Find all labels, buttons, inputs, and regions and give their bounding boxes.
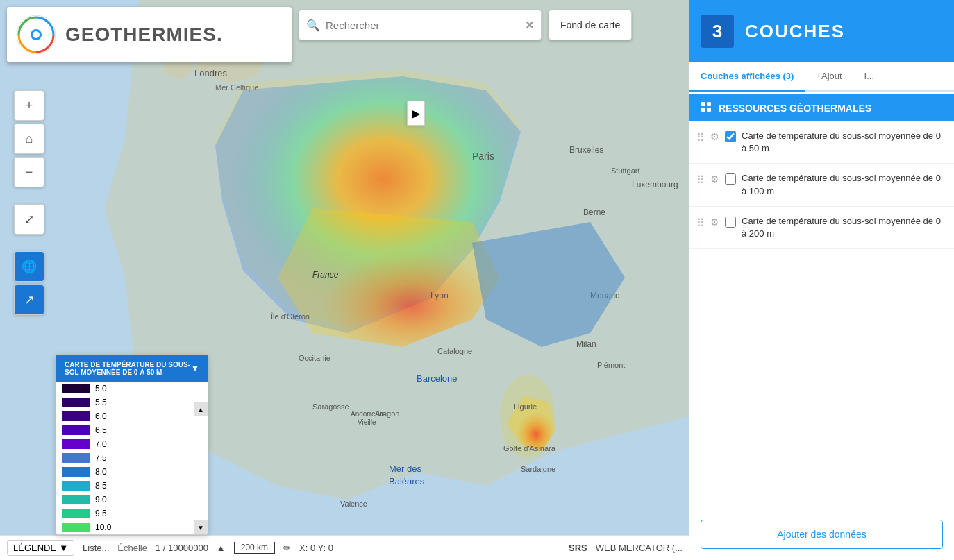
legend-item: 7.0: [56, 437, 208, 451]
svg-rect-33: [701, 108, 705, 112]
svg-point-30: [33, 31, 40, 38]
search-bar[interactable]: 🔍 ✕: [299, 10, 542, 40]
right-header: 3 COUCHES: [689, 0, 954, 62]
map-area[interactable]: Paris Bruxelles Luxembourg Mer Celtique …: [0, 0, 689, 560]
svg-text:Sardaigne: Sardaigne: [521, 465, 555, 473]
settings-icon[interactable]: ⚙: [710, 217, 719, 228]
projection-label: WEB MERCATOR (...: [596, 543, 683, 553]
section-header: RESSOURCES GÉOTHERMALES: [689, 94, 954, 121]
legend-scroll-down[interactable]: ▼: [194, 520, 208, 534]
layers-list: ⠿ ⚙ Carte de température du sous-sol moy…: [689, 121, 954, 249]
globe-button[interactable]: 🌐: [14, 251, 44, 282]
add-data-button[interactable]: Ajouter des données: [701, 520, 943, 549]
layer-row: ⠿ ⚙ Carte de température du sous-sol moy…: [689, 207, 954, 249]
svg-text:Lyon: Lyon: [430, 291, 449, 300]
srs-label: SRS: [569, 543, 587, 553]
svg-text:Stuttgart: Stuttgart: [611, 167, 640, 175]
fullscreen-button[interactable]: ⤢: [14, 204, 44, 235]
tabs-bar: Couches affichées (3) +Ajout I...: [689, 62, 954, 92]
legend-panel: CARTE DE TEMPÉRATURE DU SOUS-SOL MOYENNÉ…: [56, 355, 208, 535]
legend-item: 5.5: [56, 396, 208, 409]
svg-text:Andorre-la-: Andorre-la-: [351, 410, 385, 418]
legend-item: 10.0: [56, 520, 208, 534]
legend-item: 6.0: [56, 409, 208, 423]
legend-item: 8.0: [56, 465, 208, 479]
layer-1-checkbox[interactable]: [725, 131, 736, 142]
tab-couches-affichees[interactable]: Couches affichées (3): [689, 62, 805, 92]
settings-icon[interactable]: ⚙: [710, 173, 719, 185]
coordinates: X: 0 Y: 0: [299, 543, 333, 553]
drag-handle-icon[interactable]: ⠿: [696, 131, 705, 144]
legend-toggle-button[interactable]: LÉGENDE ▼: [7, 540, 74, 556]
zoom-in-button[interactable]: +: [14, 90, 44, 121]
svg-text:Berne: Berne: [583, 207, 605, 217]
bottom-bar: LÉGENDE ▼ Listé... Échelle 1 / 10000000 …: [0, 535, 689, 560]
layer-1-label: Carte de température du sous-sol moyenné…: [742, 130, 947, 155]
layer-row: ⠿ ⚙ Carte de température du sous-sol moy…: [689, 164, 954, 206]
couches-badge: 3: [701, 15, 734, 48]
svg-text:France: France: [312, 270, 339, 280]
collapse-panel-button[interactable]: ▶: [407, 101, 425, 126]
svg-text:Bruxelles: Bruxelles: [569, 145, 603, 155]
legend-chevron[interactable]: ▼: [191, 364, 199, 373]
tab-ajout[interactable]: +Ajout: [805, 62, 853, 92]
layer-2-label: Carte de température du sous-sol moyenné…: [742, 172, 947, 197]
scale-fraction: 1 / 10000000: [156, 543, 208, 553]
svg-text:Paris: Paris: [472, 151, 494, 162]
svg-text:Saragosse: Saragosse: [312, 402, 349, 411]
svg-text:Milan: Milan: [576, 339, 596, 349]
liste-label: Listé...: [83, 543, 109, 553]
legend-item: 8.5: [56, 479, 208, 493]
echelle-label: Échelle: [117, 543, 147, 553]
logo-icon: [15, 14, 57, 56]
legend-header: CARTE DE TEMPÉRATURE DU SOUS-SOL MOYENNÉ…: [56, 355, 208, 382]
legend-title: CARTE DE TEMPÉRATURE DU SOUS-SOL MOYENNÉ…: [65, 361, 191, 376]
drag-handle-icon[interactable]: ⠿: [696, 173, 705, 187]
scale-up-icon[interactable]: ▲: [217, 543, 226, 553]
svg-rect-31: [701, 102, 705, 106]
pencil-icon[interactable]: ✏: [283, 543, 291, 553]
svg-text:Vieille: Vieille: [358, 418, 376, 426]
svg-text:Île d'Oléron: Île d'Oléron: [270, 312, 310, 321]
legend-item: 6.5: [56, 423, 208, 437]
search-icon: 🔍: [306, 19, 320, 32]
section-title: RESSOURCES GÉOTHERMALES: [719, 103, 871, 114]
grid-icon: [701, 101, 712, 114]
layer-3-checkbox[interactable]: [725, 217, 736, 228]
scale-km: 200 km: [234, 542, 275, 554]
tab-info[interactable]: I...: [853, 62, 885, 92]
legend-item: 9.5: [56, 507, 208, 520]
legend-scroll-up[interactable]: ▲: [194, 402, 208, 416]
fond-carte-button[interactable]: Fond de carte: [549, 10, 632, 40]
search-input[interactable]: [326, 19, 525, 31]
svg-text:Mer des: Mer des: [389, 464, 421, 474]
layer-2-checkbox[interactable]: [725, 173, 736, 185]
svg-text:Luxembourg: Luxembourg: [632, 180, 678, 189]
svg-text:Baléares: Baléares: [389, 476, 425, 486]
svg-text:Golfe d'Asinara: Golfe d'Asinara: [503, 444, 556, 452]
svg-text:Valence: Valence: [340, 500, 367, 508]
svg-text:Ligurie: Ligurie: [514, 402, 537, 411]
svg-text:Piémont: Piémont: [597, 361, 625, 369]
svg-text:Occitanie: Occitanie: [299, 354, 330, 362]
left-toolbar: + ⌂ − ⤢ 🌐 ↗: [14, 90, 44, 315]
layer-row: ⠿ ⚙ Carte de température du sous-sol moy…: [689, 121, 954, 164]
couches-title: COUCHES: [745, 21, 845, 42]
arrow-button[interactable]: ↗: [14, 285, 44, 315]
zoom-out-button[interactable]: −: [14, 157, 44, 187]
svg-rect-32: [707, 102, 711, 106]
svg-text:Catalogne: Catalogne: [437, 347, 472, 355]
legend-item: 9.0: [56, 493, 208, 507]
svg-text:Londres: Londres: [194, 68, 227, 78]
logo-text: GEOTHERMIES.: [65, 24, 223, 46]
layer-3-label: Carte de température du sous-sol moyenné…: [742, 215, 947, 240]
logo-area: GEOTHERMIES.: [7, 7, 292, 62]
settings-icon[interactable]: ⚙: [710, 131, 719, 142]
home-button[interactable]: ⌂: [14, 124, 44, 154]
legend-item: 5.0: [56, 382, 208, 396]
drag-handle-icon[interactable]: ⠿: [696, 217, 705, 230]
close-icon[interactable]: ✕: [525, 19, 534, 32]
legend-item: 7.5: [56, 451, 208, 465]
svg-text:Mer Celtique: Mer Celtique: [215, 83, 258, 92]
right-panel: 3 COUCHES Couches affichées (3) +Ajout I…: [689, 0, 954, 560]
